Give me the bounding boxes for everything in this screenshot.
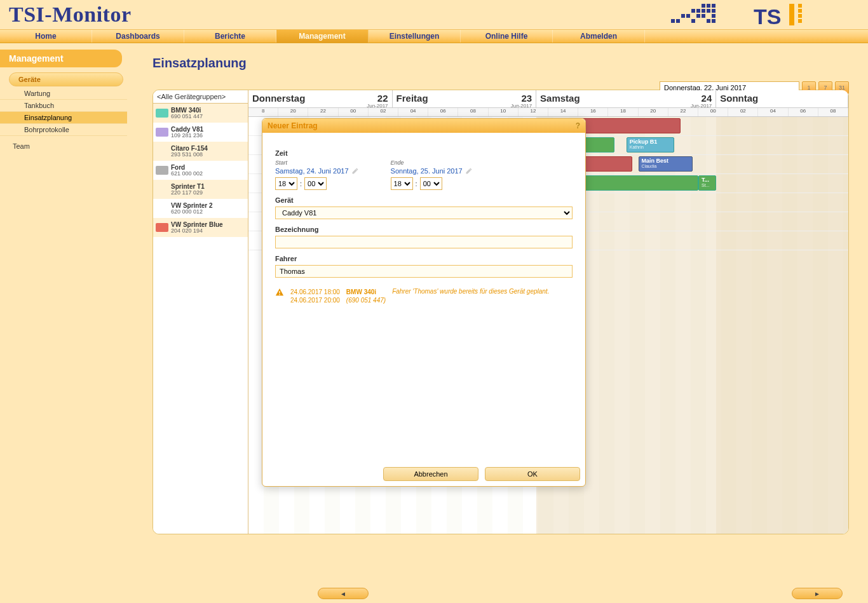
dialog-titlebar[interactable]: Neuer Eintrag ? xyxy=(262,119,585,133)
device-filter[interactable]: <Alle Gerätegruppen> xyxy=(153,90,248,104)
hour-tick: 08 xyxy=(458,108,488,116)
sidebar: Management Geräte Wartung Tankbuch Einsa… xyxy=(0,43,127,603)
device-row[interactable]: Ford621 000 002 xyxy=(153,161,248,180)
svg-text:TS: TS xyxy=(754,4,781,28)
dialog-title: Neuer Eintrag xyxy=(268,121,318,130)
schedule-bar[interactable]: T...St... xyxy=(698,175,716,191)
sidebar-item-wartung[interactable]: Wartung xyxy=(0,88,127,100)
hour-tick: 08 xyxy=(818,108,848,116)
label-fahrer: Fahrer xyxy=(275,255,573,262)
warning-message: Fahrer 'Thomas' wurde bereits für dieses… xyxy=(392,288,573,304)
device-row[interactable]: VW Sprinter 2620 000 012 xyxy=(153,199,248,218)
start-minute-select[interactable]: 00 xyxy=(304,177,327,190)
schedule-bar[interactable]: Main BestClaudia xyxy=(639,156,693,172)
vehicle-icon xyxy=(156,128,168,137)
hour-tick: 20 xyxy=(639,108,668,116)
nav-berichte[interactable]: Berichte xyxy=(184,30,276,43)
device-row[interactable]: Sprinter T1220 117 029 xyxy=(153,180,248,199)
nav-dashboards[interactable]: Dashboards xyxy=(92,30,184,43)
app-banner: TSI-Monitor TS xyxy=(0,0,868,29)
nav-abmelden[interactable]: Abmelden xyxy=(553,30,645,43)
timeline-next-button[interactable]: ► xyxy=(792,588,843,599)
vehicle-icon xyxy=(156,147,168,156)
svg-rect-12 xyxy=(702,9,705,13)
vehicle-icon xyxy=(156,185,168,194)
hour-tick: 20 xyxy=(278,108,308,116)
end-hour-select[interactable]: 18 xyxy=(391,177,413,190)
hour-tick: 04 xyxy=(398,108,428,116)
device-row[interactable]: BMW 340i690 051 447 xyxy=(153,104,248,123)
svg-rect-2 xyxy=(681,14,685,18)
bezeichnung-input[interactable] xyxy=(275,236,573,248)
svg-rect-19 xyxy=(789,4,794,25)
svg-rect-15 xyxy=(707,9,710,13)
device-row[interactable]: Citaro F-154293 531 008 xyxy=(153,142,248,161)
start-date-link[interactable]: Samstag, 24. Juni 2017 xyxy=(275,167,359,175)
ok-button[interactable]: OK xyxy=(485,467,580,481)
hour-tick: 00 xyxy=(339,108,369,116)
sidebar-item-tankbuch[interactable]: Tankbuch xyxy=(0,100,127,112)
vehicle-icon xyxy=(156,109,168,118)
nav-home[interactable]: Home xyxy=(0,30,92,43)
sidebar-section-title: Management xyxy=(0,50,122,67)
day-header: Donnerstag22Jun-2017 xyxy=(248,90,393,107)
hour-tick: 00 xyxy=(698,108,728,116)
day-header: Samstag24Jun-2017 xyxy=(536,90,716,107)
sidebar-item-einsatzplanung[interactable]: Einsatzplanung xyxy=(0,112,127,124)
warning-icon xyxy=(275,288,284,297)
svg-rect-14 xyxy=(691,19,695,23)
hour-tick: 02 xyxy=(728,108,758,116)
main-nav: Home Dashboards Berichte Management Eins… xyxy=(0,29,868,43)
hour-tick: 12 xyxy=(519,108,548,116)
svg-rect-6 xyxy=(702,4,705,8)
geraet-select[interactable]: Caddy V81 xyxy=(275,207,573,219)
hour-tick: 22 xyxy=(308,108,338,116)
sidebar-item-team[interactable]: Team xyxy=(0,136,127,152)
svg-rect-13 xyxy=(696,14,700,18)
svg-rect-21 xyxy=(798,9,802,13)
svg-rect-10 xyxy=(712,14,715,18)
svg-rect-1 xyxy=(676,19,680,23)
nav-einstellungen[interactable]: Einstellungen xyxy=(369,30,461,43)
fahrer-input[interactable] xyxy=(275,265,573,278)
device-row[interactable]: Caddy V81109 281 236 xyxy=(153,123,248,142)
hour-tick: 02 xyxy=(369,108,398,116)
label-bezeichnung: Bezeichnung xyxy=(275,226,573,233)
hour-tick: 06 xyxy=(789,108,818,116)
day-header: Freitag23Jun-2017 xyxy=(393,90,537,107)
svg-rect-23 xyxy=(798,19,802,23)
sidebar-item-bohrprotokolle[interactable]: Bohrprotokolle xyxy=(0,124,127,136)
conflict-warning: 24.06.2017 18:00 24.06.2017 20:00 BMW 34… xyxy=(275,288,573,304)
new-entry-dialog: Neuer Eintrag ? Zeit Start Samstag, 24. … xyxy=(262,118,586,487)
device-row[interactable]: VW Sprinter Blue204 020 194 xyxy=(153,218,248,237)
hour-tick: 18 xyxy=(608,108,638,116)
cancel-button[interactable]: Abbrechen xyxy=(383,467,478,481)
label-ende: Ende xyxy=(391,159,473,166)
label-geraet: Gerät xyxy=(275,196,573,204)
tsi-logo: TS xyxy=(671,1,862,28)
device-panel: <Alle Gerätegruppen> BMW 340i690 051 447… xyxy=(153,90,248,534)
svg-rect-22 xyxy=(798,14,802,18)
vehicle-icon xyxy=(156,204,168,213)
hour-tick: 06 xyxy=(428,108,458,116)
nav-management[interactable]: Management xyxy=(276,30,369,43)
nav-online-hilfe[interactable]: Online Hilfe xyxy=(461,30,553,43)
start-hour-select[interactable]: 18 xyxy=(275,177,297,190)
svg-rect-20 xyxy=(798,4,802,8)
svg-rect-17 xyxy=(707,19,710,23)
hour-tick: 04 xyxy=(758,108,788,116)
dialog-help-icon[interactable]: ? xyxy=(576,121,580,130)
hour-tick: 14 xyxy=(548,108,578,116)
svg-rect-5 xyxy=(696,9,700,13)
label-start: Start xyxy=(275,159,359,166)
schedule-bar[interactable]: Pickup B1Kathrin xyxy=(627,137,675,152)
vehicle-icon xyxy=(156,223,168,232)
timeline-prev-button[interactable]: ◄ xyxy=(318,588,369,599)
sidebar-group-geraete[interactable]: Geräte xyxy=(9,72,123,86)
svg-rect-8 xyxy=(712,4,715,8)
pencil-icon xyxy=(465,167,473,175)
end-date-link[interactable]: Sonntag, 25. Juni 2017 xyxy=(391,167,473,175)
end-minute-select[interactable]: 00 xyxy=(420,177,442,190)
pencil-icon xyxy=(351,167,359,175)
svg-rect-16 xyxy=(702,14,705,18)
